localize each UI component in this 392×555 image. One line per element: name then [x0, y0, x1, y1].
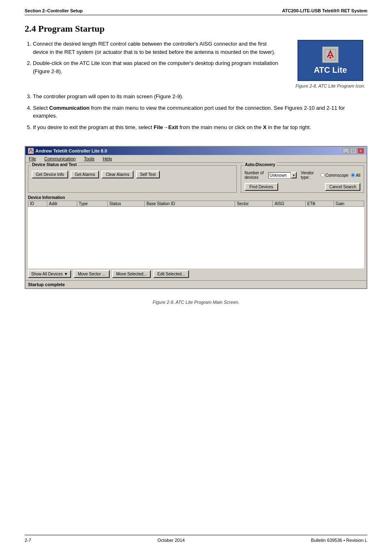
figure-2-9-caption: Figure 2-9. ATC Lite Program Main Screen… — [25, 300, 367, 305]
menu-help[interactable]: Help — [102, 156, 113, 162]
step-2: Double-click on the ATC Lite icon that w… — [33, 59, 281, 75]
atc-lite-icon-box: ATC Lite — [297, 40, 363, 81]
cancel-search-button[interactable]: Cancel Search — [325, 183, 360, 191]
text-content: Connect the desired length RET control c… — [25, 40, 281, 88]
auto-discovery-title: Auto-Discovery — [244, 162, 277, 167]
page-header: Section 2–Controller Setup ATC200-LITE-U… — [25, 8, 367, 15]
footer-page-number: 2-7 — [25, 538, 31, 543]
steps-list-continued: The controller program will open to its … — [25, 92, 367, 134]
status-text: Startup complete — [28, 282, 65, 287]
col-gain: Gain — [334, 201, 364, 207]
minimize-button[interactable]: _ — [343, 148, 349, 154]
get-device-info-button[interactable]: Get Device Info — [32, 171, 68, 178]
num-devices-select[interactable]: Unknown ▼ — [268, 172, 297, 178]
device-status-panel: Device Status and Test Get Device Info G… — [28, 165, 237, 193]
vendor-commscope-radio[interactable]: Commscope — [321, 173, 348, 178]
app-body: Device Status and Test Get Device Info G… — [25, 163, 367, 280]
clear-alarms-button[interactable]: Clear Alarms — [101, 171, 133, 178]
svg-rect-2 — [330, 57, 331, 58]
auto-discovery-content: Number ofdevices Unknown ▼ Vendor type: … — [244, 171, 360, 191]
maximize-button[interactable]: □ — [350, 148, 357, 154]
titlebar-text: Andrew Teletilt Controller Lite 8.0 — [28, 148, 107, 154]
app-icon — [28, 148, 34, 154]
header-left: Section 2–Controller Setup — [25, 8, 83, 13]
device-info-section: Device Information ID Addr Type Status B… — [28, 195, 364, 268]
self-test-button[interactable]: Self Test — [136, 171, 160, 178]
figure-2-8-caption: Figure 2-8. ATC Lite Program Icon. — [295, 83, 365, 88]
menu-file[interactable]: File — [28, 156, 37, 162]
col-addr: Addr — [47, 201, 77, 207]
device-table-body — [28, 207, 364, 268]
table-empty-row — [28, 207, 364, 268]
vendor-all-radio[interactable]: All — [351, 173, 360, 178]
col-sector: Sector — [235, 201, 273, 207]
device-info-label: Device Information — [28, 195, 364, 200]
col-base-station-id: Base Station ID — [145, 201, 235, 207]
show-all-devices-button[interactable]: Show All Devices ▼ — [28, 270, 71, 278]
app-window: Andrew Teletilt Controller Lite 8.0 _ □ … — [25, 146, 367, 289]
all-label: All — [356, 173, 360, 178]
panel-row: Device Status and Test Get Device Info G… — [28, 165, 364, 193]
close-button[interactable]: X — [357, 148, 364, 154]
header-right: ATC200-LITE-USB Teletilt® RET System — [282, 8, 367, 13]
atc-lite-icon-image — [322, 46, 339, 63]
get-alarms-button[interactable]: Get Alarms — [71, 171, 99, 178]
commscope-radio-input[interactable] — [321, 173, 325, 177]
auto-discovery-panel: Auto-Discovery Number ofdevices Unknown … — [241, 165, 364, 193]
menu-communication[interactable]: Communication — [44, 156, 76, 162]
menu-tools[interactable]: Tools — [83, 156, 95, 162]
steps-list: Connect the desired length RET control c… — [25, 40, 281, 75]
section-title: 2.4 Program Startup — [25, 23, 367, 34]
app-menubar: File Communication Tools Help — [25, 155, 367, 163]
step-3: The controller program will open to its … — [33, 92, 367, 101]
step-4: Select Communication from the main menu … — [33, 104, 367, 120]
device-status-title: Device Status and Test — [31, 162, 78, 167]
footer-bulletin: Bulletin 639536 • Revision L — [311, 538, 367, 543]
col-id: ID — [28, 201, 47, 207]
step-5-arrow: → — [163, 124, 168, 130]
titlebar-buttons[interactable]: _ □ X — [343, 148, 364, 154]
content-with-figure: Connect the desired length RET control c… — [25, 40, 367, 88]
col-etilt: ETilt — [305, 201, 334, 207]
step-4-bold: Communication — [49, 105, 90, 111]
move-selected-button[interactable]: Move Selected... — [112, 270, 151, 278]
status-bar: Startup complete — [25, 280, 367, 288]
step-5-file: File — [154, 124, 163, 130]
device-table-header: ID Addr Type Status Base Station ID Sect… — [28, 201, 364, 207]
col-status: Status — [108, 201, 145, 207]
device-status-buttons: Get Device Info Get Alarms Clear Alarms … — [32, 171, 233, 178]
move-sector-button[interactable]: Move Sector ... — [74, 270, 109, 278]
step-1: Connect the desired length RET control c… — [33, 40, 281, 56]
table-header-row: ID Addr Type Status Base Station ID Sect… — [28, 201, 364, 207]
step-5-x: X — [263, 124, 267, 130]
step-5: If you desire to exit the program at thi… — [33, 123, 367, 132]
col-type: Type — [77, 201, 107, 207]
num-devices-dropdown-arrow[interactable]: ▼ — [291, 172, 297, 178]
bottom-buttons-row: Show All Devices ▼ Move Sector ... Move … — [28, 270, 364, 278]
footer-date: October 2014 — [157, 538, 185, 543]
num-devices-label: Number ofdevices — [244, 171, 266, 180]
device-table: ID Addr Type Status Base Station ID Sect… — [28, 201, 364, 268]
vendor-type-label: Vendor type: — [301, 171, 318, 180]
num-devices-value: Unknown — [268, 172, 291, 178]
all-radio-input[interactable] — [351, 173, 355, 177]
find-devices-button[interactable]: Find Devices — [244, 183, 278, 191]
page-footer: 2-7 October 2014 Bulletin 639536 • Revis… — [25, 535, 367, 543]
edit-selected-button[interactable]: Edit Selected... — [153, 270, 189, 278]
commscope-label: Commscope — [325, 173, 348, 178]
find-devices-row: Find Devices Cancel Search — [244, 183, 360, 191]
step-5-exit: Exit — [168, 124, 178, 130]
figure-2-8-area: ATC Lite Figure 2-8. ATC Lite Program Ic… — [293, 40, 367, 88]
num-devices-row: Number ofdevices Unknown ▼ Vendor type: … — [244, 171, 360, 180]
app-titlebar: Andrew Teletilt Controller Lite 8.0 _ □ … — [25, 147, 367, 155]
col-aisg: AISG — [273, 201, 306, 207]
atc-lite-label: ATC Lite — [314, 65, 347, 75]
